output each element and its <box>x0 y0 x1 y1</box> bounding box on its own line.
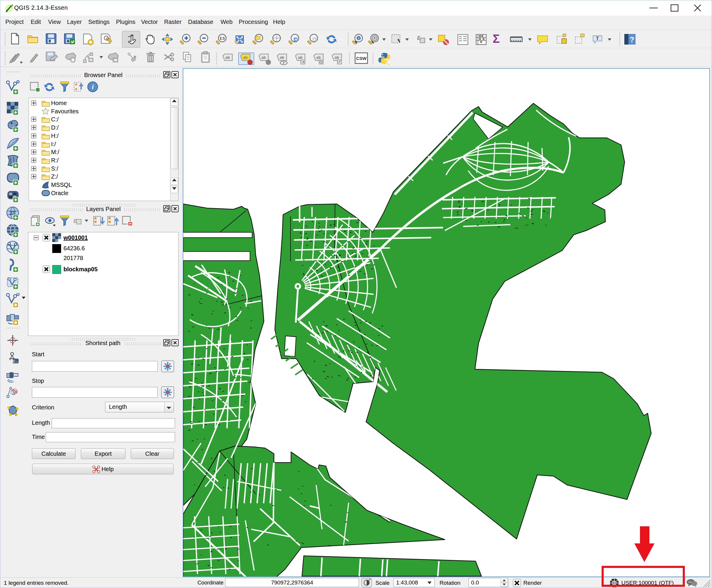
svg-text:ab: ab <box>243 55 247 60</box>
svg-text:CSW: CSW <box>356 56 367 61</box>
svg-text:ab: ab <box>225 55 230 60</box>
svg-text:i: i <box>358 36 359 40</box>
svg-text:i: i <box>92 83 94 91</box>
svg-text:?: ? <box>630 35 634 44</box>
svg-text:C←: C← <box>13 359 19 363</box>
svg-text:ab: ab <box>261 55 266 60</box>
svg-text:ab: ab <box>316 55 320 60</box>
svg-text:ab: ab <box>298 55 302 60</box>
svg-text:ab: ab <box>334 55 339 60</box>
svg-text:T: T <box>596 36 599 41</box>
svg-text:ab: ab <box>279 55 284 60</box>
svg-text:1:1: 1:1 <box>219 36 225 40</box>
